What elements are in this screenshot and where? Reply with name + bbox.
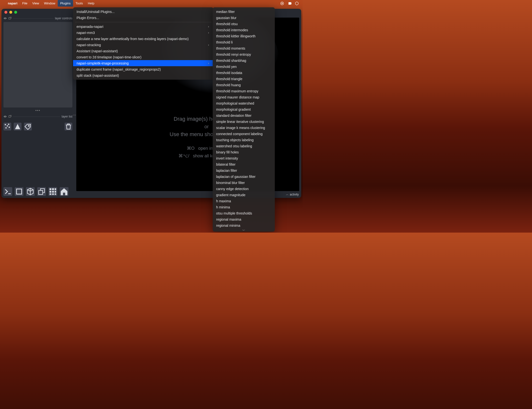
submenu-item[interactable]: threshold triangle xyxy=(213,76,275,82)
popout-icon[interactable] xyxy=(8,115,12,118)
traffic-light-zoom[interactable] xyxy=(14,11,17,14)
plugin-menu-item[interactable]: convert to 2d timelapse (napari-time-sli… xyxy=(73,54,213,60)
new-labels-layer-button[interactable] xyxy=(24,123,32,130)
submenu-item[interactable]: threshold otsu xyxy=(213,21,275,27)
submenu-item[interactable]: threshold shanbhag xyxy=(213,57,275,64)
menu-window[interactable]: Window xyxy=(42,0,58,7)
chevron-right-icon: › xyxy=(208,43,209,47)
submenu-item[interactable]: threshold kittler illingworth xyxy=(213,33,275,39)
activity-indicator[interactable]: ︿ activity xyxy=(286,192,299,196)
submenu-item[interactable]: morphological gradient xyxy=(213,106,275,112)
shortcut-keys-key: ⌘⌥/ xyxy=(178,153,189,158)
submenu-scroll-down-icon[interactable]: ﹀ xyxy=(213,228,275,232)
submenu-item[interactable]: h maxima xyxy=(213,198,275,204)
plugin-menu-item[interactable]: duplicate current frame (napari_skimage_… xyxy=(73,66,213,72)
svg-rect-20 xyxy=(52,194,54,195)
submenu-item[interactable]: regional maxima xyxy=(213,216,275,222)
splitter-handle[interactable]: ⋮ xyxy=(74,113,75,117)
app-name[interactable]: napari xyxy=(5,1,20,5)
submenu-item[interactable]: invert intensity xyxy=(213,155,275,161)
submenu-item[interactable]: laplacian filter xyxy=(213,167,275,173)
submenu-item[interactable]: otsu multiple thresholds xyxy=(213,210,275,216)
plugin-menu-item[interactable]: napari-mm3› xyxy=(73,30,213,36)
ndisplay-button[interactable] xyxy=(15,187,23,196)
svg-point-9 xyxy=(7,125,8,127)
grid-button[interactable] xyxy=(48,187,57,196)
submenu-item[interactable]: simple linear iterative clustering xyxy=(213,118,275,125)
svg-marker-2 xyxy=(295,2,298,5)
svg-rect-21 xyxy=(55,194,56,195)
menu-view[interactable]: View xyxy=(30,0,42,7)
submenu-item[interactable]: bilateral filter xyxy=(213,161,275,167)
status-icon-2[interactable] xyxy=(288,1,291,5)
panel-drag-handle[interactable]: ••• xyxy=(1,108,74,112)
submenu-item[interactable]: signed maurer distance map xyxy=(213,94,275,100)
traffic-light-close[interactable] xyxy=(4,11,7,14)
submenu-item[interactable]: gradient magnitude xyxy=(213,192,275,198)
submenu-item[interactable]: threshold maximum entropy xyxy=(213,88,275,94)
menu-install-plugins[interactable]: Install/Uninstall Plugins... xyxy=(73,9,213,15)
svg-point-5 xyxy=(5,124,6,125)
plugin-menu-item[interactable]: empanada-napari› xyxy=(73,23,213,30)
submenu-item[interactable]: binary fill holes xyxy=(213,149,275,155)
eye-icon[interactable] xyxy=(3,17,7,20)
menu-tools[interactable]: Tools xyxy=(73,0,85,7)
plugin-menu-item-label: duplicate current frame (napari_skimage_… xyxy=(77,67,161,71)
submenu-item[interactable]: threshold huang xyxy=(213,82,275,88)
status-icon-1[interactable] xyxy=(280,1,284,5)
menu-file[interactable]: File xyxy=(20,0,30,7)
left-sidebar: layer controls ••• ⋮ layer list xyxy=(1,16,74,198)
roll-dims-button[interactable] xyxy=(26,187,35,196)
simpleitk-submenu: median filtergaussian blurthreshold otsu… xyxy=(213,7,275,232)
submenu-item[interactable]: threshold yen xyxy=(213,64,275,70)
svg-point-10 xyxy=(28,125,29,126)
svg-rect-1 xyxy=(282,3,283,4)
submenu-item[interactable]: standard deviation filter xyxy=(213,112,275,118)
submenu-item[interactable]: regional minima xyxy=(213,222,275,228)
svg-rect-17 xyxy=(52,191,54,193)
submenu-item[interactable]: watershed otsu labeling xyxy=(213,143,275,149)
plugin-menu-item-label: napari-simpleitk-image-processing xyxy=(77,61,129,65)
submenu-item[interactable]: laplacian of gaussian filter xyxy=(213,173,275,180)
submenu-item[interactable]: gaussian blur xyxy=(213,15,275,21)
submenu-item[interactable]: threshold isodata xyxy=(213,70,275,76)
submenu-item[interactable]: touching objects labeling xyxy=(213,137,275,143)
submenu-item[interactable]: threshold renyi entropy xyxy=(213,51,275,57)
plugin-menu-item[interactable]: split stack (napari-assistant) xyxy=(73,72,213,78)
menu-help[interactable]: Help xyxy=(85,0,97,7)
transpose-button[interactable] xyxy=(37,187,46,196)
new-points-layer-button[interactable] xyxy=(3,123,11,130)
submenu-item[interactable]: threshold li xyxy=(213,39,275,45)
status-icon-3[interactable] xyxy=(295,1,299,5)
submenu-item[interactable]: threshold moments xyxy=(213,45,275,51)
svg-rect-12 xyxy=(39,191,43,195)
plugins-menu: Install/Uninstall Plugins... Plugin Erro… xyxy=(73,7,213,80)
plugin-menu-item[interactable]: napari-simpleitk-image-processing› xyxy=(73,60,213,66)
delete-layer-button[interactable] xyxy=(65,123,72,130)
menu-plugins[interactable]: Plugins xyxy=(58,0,73,7)
plugin-menu-item[interactable]: calculate a new layer arithmetically fro… xyxy=(73,36,213,42)
submenu-item[interactable]: canny edge detection xyxy=(213,186,275,192)
layer-list-header: layer list xyxy=(1,114,74,119)
submenu-item[interactable]: h minima xyxy=(213,204,275,210)
submenu-item[interactable]: connected component labeling xyxy=(213,131,275,137)
submenu-item[interactable]: threshold intermodes xyxy=(213,27,275,33)
eye-icon[interactable] xyxy=(3,115,7,118)
traffic-light-minimize[interactable] xyxy=(9,11,12,14)
plugin-menu-item-label: napari-stracking xyxy=(77,43,101,47)
popout-icon[interactable] xyxy=(8,17,12,20)
plugin-menu-item[interactable]: napari-stracking› xyxy=(73,42,213,48)
submenu-item[interactable]: morphological watershed xyxy=(213,100,275,106)
viewer-buttons xyxy=(3,187,68,196)
svg-rect-13 xyxy=(50,188,52,190)
submenu-item[interactable]: binominal blur filter xyxy=(213,180,275,186)
svg-rect-4 xyxy=(9,116,11,118)
home-button[interactable] xyxy=(60,187,68,196)
submenu-item[interactable]: median filter xyxy=(213,9,275,15)
menu-plugin-errors[interactable]: Plugin Errors... xyxy=(73,15,213,21)
new-shapes-layer-button[interactable] xyxy=(14,123,22,130)
console-button[interactable] xyxy=(3,187,12,196)
plugin-menu-item-label: convert to 2d timelapse (napari-time-sli… xyxy=(77,55,141,59)
submenu-item[interactable]: scalar image k means clustering xyxy=(213,125,275,131)
plugin-menu-item[interactable]: Assistant (napari-assistant) xyxy=(73,48,213,54)
